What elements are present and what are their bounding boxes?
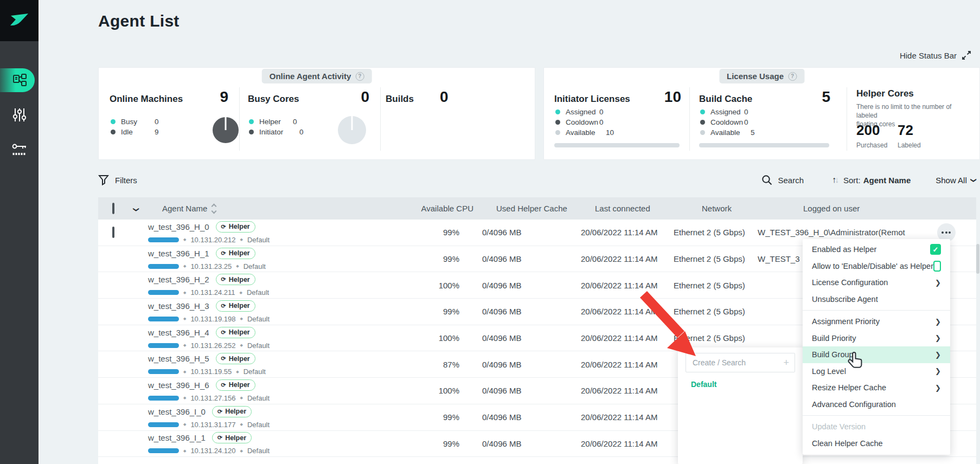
available-cpu-cell: 99% <box>391 439 459 448</box>
separator-dot: ◆ <box>240 422 243 427</box>
purchased-value: 200 <box>856 122 880 139</box>
settings-sliders-icon <box>12 107 27 123</box>
sidebar-item-license[interactable] <box>0 132 39 167</box>
menu-item-build-priority[interactable]: Build Priority❯ <box>803 330 950 347</box>
page-title: Agent List <box>98 12 180 30</box>
menu-item-build-group[interactable]: Build Group❯ <box>803 346 950 363</box>
agent-name: w_test_396_H_1 <box>148 249 209 258</box>
sidebar-item-settings[interactable] <box>0 98 39 132</box>
select-menu-chevron-icon[interactable]: ❯ <box>133 207 140 212</box>
show-all-dropdown[interactable]: Show All ❯ <box>936 176 976 185</box>
header-last-connected[interactable]: Last connected <box>594 204 687 213</box>
agent-sub-line: ◆10.131.24.211◆Default <box>148 288 391 297</box>
helper-sync-icon: ⟳ <box>221 382 226 389</box>
search-button[interactable]: Search <box>761 175 804 185</box>
legend-row: Available5 <box>700 127 782 138</box>
select-all-checkbox[interactable] <box>112 203 114 214</box>
helper-sync-icon: ⟳ <box>221 302 226 310</box>
agent-sub-line: ◆10.131.27.156◆Default <box>148 394 391 402</box>
legend-value: 0 <box>599 118 604 126</box>
legend-value: 0 <box>599 108 604 116</box>
menu-item-label: License Configuration <box>812 278 935 287</box>
legend-row: Assigned0 <box>700 107 782 117</box>
stat-value: 5 <box>822 88 830 106</box>
legend-row: Busy0 <box>111 117 176 127</box>
agent-name: w_test_396_H_4 <box>148 328 209 337</box>
agent-name: w_test_396_H_0 <box>148 222 209 231</box>
capacity-bar <box>148 290 179 295</box>
menu-item-label: Update Version <box>812 422 941 431</box>
divider <box>239 87 240 151</box>
agent-group: Default <box>244 368 266 376</box>
build-cache-usage-bar <box>699 143 829 147</box>
divider <box>689 87 690 151</box>
header-agent-name[interactable]: Agent Name <box>148 204 405 213</box>
agent-name-line: w_test_396_H_1⟳Helper <box>148 248 391 259</box>
helper-badge: ⟳Helper <box>216 379 255 391</box>
search-label: Search <box>778 176 804 185</box>
sort-control[interactable]: ↑ ↓ Sort: Agent Name <box>832 175 911 185</box>
used-helper-cache-cell: 0/4096 MB <box>459 333 580 343</box>
legend-dot <box>700 109 705 114</box>
menu-item-label: Advanced Configuration <box>812 400 941 409</box>
logged-on-user-cell: W_TEST_396_H_0\Administrator(Remot <box>757 228 930 237</box>
header-logged-on-user[interactable]: Logged on user <box>771 204 944 213</box>
menu-item-assignment-priority[interactable]: Assignment Priority❯ <box>803 313 950 330</box>
hide-status-bar-button[interactable]: Hide Status Bar <box>900 50 971 60</box>
used-helper-cache-cell: 0/4096 MB <box>459 360 580 369</box>
row-checkbox[interactable] <box>112 227 114 238</box>
menu-item-update-version[interactable]: Update Version <box>803 418 950 435</box>
header-network[interactable]: Network <box>687 204 771 213</box>
group-create-search-input[interactable] <box>693 358 779 367</box>
sort-value: Agent Name <box>863 176 911 185</box>
menu-item-unsubscribe-agent[interactable]: Unsubscribe Agent <box>803 291 950 308</box>
agent-name: w_test_396_H_6 <box>148 381 209 390</box>
menu-item-label: Resize Helper Cache <box>812 383 935 392</box>
agent-group: Default <box>247 394 270 402</box>
header-used-helper-cache[interactable]: Used Helper Cache <box>473 204 594 213</box>
table-header: ❯ Agent Name Available CPU Used Helper C… <box>98 197 976 220</box>
sidebar-item-agents[interactable] <box>0 63 39 98</box>
menu-item-advanced-configuration[interactable]: Advanced Configuration <box>803 396 950 413</box>
agent-cell: w_test_396_H_1⟳Helper◆10.131.23.25◆Defau… <box>134 248 391 270</box>
license-usage-card: License Usage ? Initiator Licenses 10 As… <box>543 67 980 160</box>
menu-item-resize-helper-cache[interactable]: Resize Helper Cache❯ <box>803 379 950 396</box>
last-connected-cell: 20/06/2022 11:14 AM <box>580 254 672 263</box>
divider <box>847 87 847 151</box>
available-cpu-cell: 99% <box>391 307 459 316</box>
checkbox-unchecked-icon[interactable] <box>933 261 941 272</box>
menu-item-allow-to-enable-disable-as-helper[interactable]: Allow to 'Enable/Disable' as Helper <box>803 258 950 275</box>
legend-dot <box>111 119 116 124</box>
menu-item-enabled-as-helper[interactable]: Enabled as Helper✓ <box>803 241 950 258</box>
sidebar <box>0 0 39 464</box>
menu-item-log-level[interactable]: Log Level❯ <box>803 363 950 380</box>
helper-sync-icon: ⟳ <box>221 223 226 230</box>
filters-button[interactable]: Filters <box>98 175 137 185</box>
agent-ip: 10.131.26.252 <box>190 341 235 350</box>
legend-value: 10 <box>606 128 614 137</box>
group-option-default[interactable]: Default <box>691 380 803 389</box>
capacity-bar <box>148 343 179 348</box>
agent-name-line: w_test_396_I_1⟳Helper <box>148 432 391 443</box>
helper-sync-icon: ⟳ <box>217 408 222 415</box>
agent-name: w_test_396_H_5 <box>148 354 209 363</box>
agent-sub-line: ◆10.131.20.212◆Default <box>148 236 391 244</box>
app-logo[interactable] <box>0 0 39 41</box>
legend-dot <box>700 130 705 135</box>
last-connected-cell: 20/06/2022 11:14 AM <box>580 413 672 422</box>
add-group-icon[interactable]: + <box>783 357 789 369</box>
submenu-chevron-icon: ❯ <box>935 318 941 326</box>
vertical-scrollbar[interactable] <box>976 244 979 274</box>
menu-item-clean-helper-cache[interactable]: Clean Helper Cache <box>803 435 950 452</box>
busy-cores-stat: Busy Cores 0 Helper0Initiator0 <box>248 68 369 159</box>
filters-label: Filters <box>115 176 137 185</box>
agent-group: Default <box>247 341 270 350</box>
menu-item-license-configuration[interactable]: License Configuration❯ <box>803 274 950 291</box>
header-available-cpu[interactable]: Available CPU <box>405 204 473 213</box>
agent-name: w_test_396_H_3 <box>148 301 209 311</box>
checkbox-checked-icon[interactable]: ✓ <box>930 244 941 255</box>
menu-item-label: Allow to 'Enable/Disable' as Helper <box>812 262 933 270</box>
agent-name-line: w_test_396_H_5⟳Helper <box>148 353 391 364</box>
helper-badge-label: Helper <box>229 223 250 230</box>
capacity-bar <box>148 317 179 321</box>
